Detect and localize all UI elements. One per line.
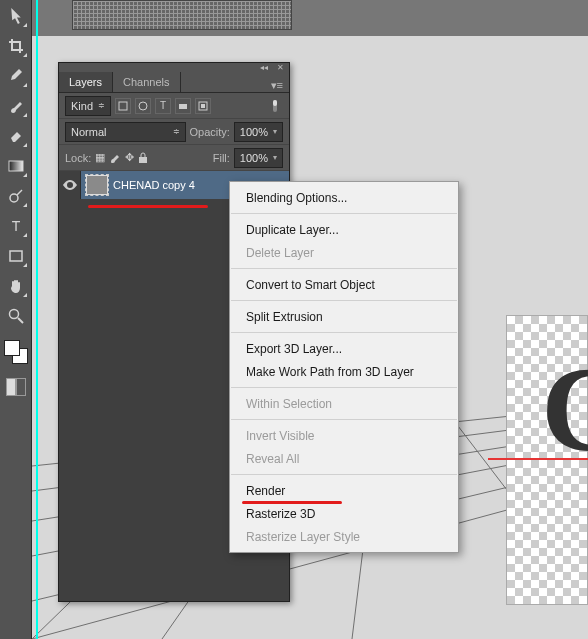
context-menu-separator <box>231 332 457 333</box>
svg-line-12 <box>17 190 22 195</box>
blend-row: Normal≑ Opacity: 100%▾ <box>59 119 289 145</box>
type-filter-icon[interactable]: T <box>155 98 171 114</box>
visibility-toggle-icon[interactable] <box>59 171 81 199</box>
tab-channels[interactable]: Channels <box>113 72 180 92</box>
color-swatches[interactable] <box>4 340 28 364</box>
tools-panel: T <box>0 0 32 639</box>
context-menu-item[interactable]: Convert to Smart Object <box>230 273 458 296</box>
svg-rect-10 <box>9 161 23 171</box>
hand-tool[interactable] <box>4 274 28 298</box>
layer-context-menu: Blending Options...Duplicate Layer...Del… <box>229 181 459 553</box>
svg-rect-17 <box>119 102 127 110</box>
opacity-label: Opacity: <box>190 126 230 138</box>
move-tool[interactable] <box>4 4 28 28</box>
svg-line-16 <box>18 318 23 323</box>
context-menu-item: Reveal All <box>230 447 458 470</box>
opacity-input[interactable]: 100%▾ <box>234 122 283 142</box>
layer-name-label[interactable]: CHENAD copy 4 <box>113 179 195 191</box>
panel-tabs: Layers Channels ▾≡ <box>59 71 289 93</box>
context-menu-item: Invert Visible <box>230 424 458 447</box>
svg-rect-24 <box>139 157 147 163</box>
lock-pixels-icon[interactable] <box>109 152 121 164</box>
blend-mode-select[interactable]: Normal≑ <box>65 122 186 142</box>
close-icon[interactable]: ✕ <box>275 64 285 70</box>
svg-rect-14 <box>10 251 22 261</box>
svg-text:T: T <box>11 219 20 233</box>
type-tool[interactable]: T <box>4 214 28 238</box>
annotation-underline-layer <box>88 205 208 208</box>
rectangle-tool[interactable] <box>4 244 28 268</box>
adjustment-filter-icon[interactable] <box>135 98 151 114</box>
lock-row: Lock: ▦ ✥ Fill: 100%▾ <box>59 145 289 171</box>
annotation-underline-render <box>242 501 342 504</box>
context-menu-item[interactable]: Split Extrusion <box>230 305 458 328</box>
eraser-tool[interactable] <box>4 124 28 148</box>
fill-value: 100% <box>240 152 268 164</box>
fill-label: Fill: <box>213 152 230 164</box>
opacity-value: 100% <box>240 126 268 138</box>
lock-all-icon[interactable] <box>138 152 148 164</box>
context-menu-separator <box>231 387 457 388</box>
panel-dragbar[interactable]: ◂◂ ✕ <box>59 63 289 71</box>
crop-tool[interactable] <box>4 34 28 58</box>
canvas-red-baseline <box>488 458 588 460</box>
foreground-color-swatch[interactable] <box>4 340 20 356</box>
context-menu-item[interactable]: Rasterize 3D <box>230 502 458 525</box>
context-menu-item: Delete Layer <box>230 241 458 264</box>
eyedropper-tool[interactable] <box>4 64 28 88</box>
context-menu-item[interactable]: Make Work Path from 3D Layer <box>230 360 458 383</box>
brush-tool[interactable] <box>4 94 28 118</box>
shape-filter-icon[interactable] <box>175 98 191 114</box>
panel-menu-icon[interactable]: ▾≡ <box>265 79 289 92</box>
filter-row: Kind≑ T <box>59 93 289 119</box>
context-menu-item: Rasterize Layer Style <box>230 525 458 548</box>
filter-toggle-icon[interactable] <box>267 98 283 114</box>
layer-thumbnail[interactable] <box>86 175 108 195</box>
context-menu-separator <box>231 419 457 420</box>
guide-vertical[interactable] <box>36 0 38 639</box>
quick-mask-toggle[interactable] <box>6 378 26 396</box>
zoom-tool[interactable] <box>4 304 28 328</box>
lock-label: Lock: <box>65 152 91 164</box>
pixel-filter-icon[interactable] <box>115 98 131 114</box>
context-menu-separator <box>231 300 457 301</box>
context-menu-separator <box>231 474 457 475</box>
svg-point-11 <box>10 194 18 202</box>
context-menu-item[interactable]: Export 3D Layer... <box>230 337 458 360</box>
context-menu-item[interactable]: Duplicate Layer... <box>230 218 458 241</box>
svg-point-15 <box>9 310 18 319</box>
context-menu-separator <box>231 213 457 214</box>
collapse-icon[interactable]: ◂◂ <box>259 64 269 70</box>
lock-position-icon[interactable]: ✥ <box>125 151 134 164</box>
context-menu-item[interactable]: Blending Options... <box>230 186 458 209</box>
options-bar-area <box>32 0 588 36</box>
filter-kind-label: Kind <box>71 100 93 112</box>
dodge-tool[interactable] <box>4 184 28 208</box>
gradient-tool[interactable] <box>4 154 28 178</box>
smart-filter-icon[interactable] <box>195 98 211 114</box>
svg-point-18 <box>139 102 147 110</box>
filter-kind-select[interactable]: Kind≑ <box>65 96 111 116</box>
fill-input[interactable]: 100%▾ <box>234 148 283 168</box>
svg-rect-21 <box>201 104 205 108</box>
svg-rect-19 <box>179 104 187 109</box>
lock-transparency-icon[interactable]: ▦ <box>95 151 105 164</box>
context-menu-item[interactable]: Render <box>230 479 458 502</box>
context-menu-item: Within Selection <box>230 392 458 415</box>
ruler-grid <box>72 0 292 30</box>
canvas-3d-text: C <box>541 350 588 470</box>
tab-layers[interactable]: Layers <box>59 72 113 92</box>
blend-mode-value: Normal <box>71 126 106 138</box>
svg-rect-23 <box>273 100 277 106</box>
context-menu-separator <box>231 268 457 269</box>
